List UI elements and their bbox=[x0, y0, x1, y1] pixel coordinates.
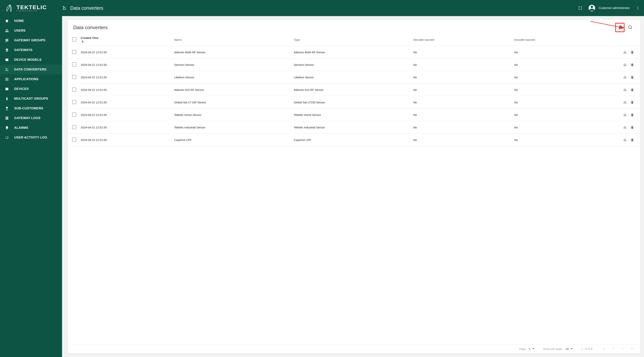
sidebar-item-home[interactable]: HOME bbox=[0, 16, 62, 26]
sidebar-item-devices[interactable]: DEVICES bbox=[0, 84, 62, 94]
cell-type: Cayenne LPP bbox=[292, 134, 412, 146]
cell-name: Tektelic Industrial Sensor bbox=[172, 121, 292, 134]
cell-encoder: No bbox=[512, 108, 618, 121]
table-row[interactable]: 2024-04-22 12:51:55Adeunis 8046 RF Senso… bbox=[68, 46, 640, 58]
cell-decoder: No bbox=[412, 108, 512, 121]
th-name[interactable]: Name bbox=[172, 34, 292, 46]
page-title: Data converters bbox=[70, 6, 103, 11]
svg-point-5 bbox=[7, 88, 8, 89]
cell-created: 2024-04-22 12:51:55 bbox=[79, 134, 172, 146]
rows-select[interactable]: 10 bbox=[566, 347, 572, 350]
row-checkbox[interactable] bbox=[72, 112, 76, 117]
th-select-all bbox=[68, 34, 79, 46]
row-delete-button[interactable] bbox=[630, 137, 635, 142]
nav-icon bbox=[4, 77, 9, 81]
sidebar-item-label: ALARMS bbox=[14, 126, 28, 130]
topbar-user[interactable]: Customer administrator bbox=[588, 4, 630, 12]
row-delete-button[interactable] bbox=[630, 100, 635, 105]
cell-decoder: No bbox=[412, 134, 512, 146]
th-type[interactable]: Type bbox=[292, 34, 412, 46]
row-stats-button[interactable] bbox=[622, 49, 628, 55]
table-row[interactable]: 2024-04-22 12:51:55Cayenne LPPCayenne LP… bbox=[68, 134, 640, 146]
row-stats-button[interactable] bbox=[622, 74, 628, 80]
row-stats-button[interactable] bbox=[622, 112, 628, 118]
sidebar-item-label: USER ACTIVITY LOG bbox=[14, 136, 47, 140]
cell-encoder: No bbox=[512, 46, 618, 58]
row-delete-button[interactable] bbox=[630, 49, 635, 55]
search-button[interactable] bbox=[626, 23, 635, 32]
sidebar-item-label: APPLICATIONS bbox=[14, 78, 38, 81]
sidebar-item-gateway-logs[interactable]: GATEWAY LOGS bbox=[0, 113, 62, 123]
nav-icon bbox=[4, 87, 9, 91]
row-delete-button[interactable] bbox=[630, 112, 635, 118]
row-stats-button[interactable] bbox=[622, 87, 628, 92]
sort-desc-icon bbox=[81, 40, 170, 43]
th-encoder[interactable]: Encoder banned bbox=[512, 34, 618, 46]
row-delete-button[interactable] bbox=[630, 74, 635, 80]
cell-created: 2024-04-22 12:51:55 bbox=[79, 46, 172, 58]
row-checkbox[interactable] bbox=[72, 138, 76, 142]
first-page-button[interactable] bbox=[602, 346, 606, 351]
sidebar-item-gateway-groups[interactable]: GATEWAY GROUPS bbox=[0, 36, 62, 45]
row-stats-button[interactable] bbox=[622, 137, 628, 142]
sidebar-item-applications[interactable]: APPLICATIONS bbox=[0, 74, 62, 84]
select-all-checkbox[interactable] bbox=[72, 38, 76, 42]
row-stats-button[interactable] bbox=[622, 124, 628, 130]
th-created-label: Created Time bbox=[81, 36, 98, 40]
nav-icon bbox=[4, 28, 9, 33]
logo[interactable]: TEKTELIC communications bbox=[4, 4, 47, 12]
table-row[interactable]: 2024-04-22 12:51:55Tektelic Home SensorT… bbox=[68, 108, 640, 121]
row-delete-button[interactable] bbox=[630, 87, 635, 92]
row-delete-button[interactable] bbox=[630, 124, 635, 130]
sidebar-item-multicast-groups[interactable]: MULTICAST GROUPS bbox=[0, 94, 62, 104]
sidebar-item-label: DEVICE MODELS bbox=[14, 58, 42, 62]
sidebar-item-gateways[interactable]: GATEWAYS bbox=[0, 45, 62, 55]
page-select[interactable]: 1 bbox=[529, 347, 534, 350]
last-page-button[interactable] bbox=[630, 346, 635, 351]
data-table: Created Time Name Type Decoder banned En… bbox=[68, 34, 640, 146]
row-checkbox[interactable] bbox=[72, 100, 76, 104]
row-checkbox[interactable] bbox=[72, 50, 76, 54]
sidebar-item-sub-customers[interactable]: SUB-CUSTOMERS bbox=[0, 104, 62, 113]
cell-name: Global Sat LT-100 Sensor bbox=[172, 96, 292, 108]
row-checkbox[interactable] bbox=[72, 88, 76, 92]
data-converters-card: Data converters bbox=[68, 20, 640, 353]
fullscreen-button[interactable] bbox=[578, 5, 583, 11]
table-row[interactable]: 2024-04-22 12:51:55Tektelic Industrial S… bbox=[68, 121, 640, 134]
row-delete-button[interactable] bbox=[630, 62, 635, 68]
transform-icon bbox=[62, 6, 67, 10]
account-circle-icon bbox=[588, 4, 596, 12]
table-row[interactable]: 2024-04-22 12:51:55Libelium SensorLibeli… bbox=[68, 71, 640, 84]
prev-page-button[interactable] bbox=[611, 346, 616, 351]
brand-sub: communications bbox=[16, 10, 47, 12]
th-decoder[interactable]: Decoder banned bbox=[412, 34, 512, 46]
main: Data converters bbox=[62, 16, 644, 357]
cell-type: Sensoro Sensor bbox=[292, 58, 412, 71]
row-checkbox[interactable] bbox=[72, 62, 76, 66]
row-checkbox[interactable] bbox=[72, 125, 76, 129]
range-label: 1 - 8 of 8 bbox=[582, 347, 592, 350]
sidebar-item-data-converters[interactable]: DATA CONVERTERS bbox=[0, 65, 62, 74]
table-row[interactable]: 2024-04-22 12:51:55Adeunis 915 RF Sensor… bbox=[68, 84, 640, 96]
add-button[interactable] bbox=[616, 23, 624, 32]
cell-encoder: No bbox=[512, 121, 618, 134]
next-page-button[interactable] bbox=[620, 346, 625, 351]
th-created[interactable]: Created Time bbox=[79, 34, 172, 46]
cell-type: Libelium Sensor bbox=[292, 71, 412, 84]
table-row[interactable]: 2024-04-22 12:51:55Sensoro SensorSensoro… bbox=[68, 58, 640, 71]
more-vert-button[interactable] bbox=[635, 5, 641, 11]
sidebar-item-user-activity-log[interactable]: USER ACTIVITY LOG bbox=[0, 133, 62, 142]
sidebar-item-alarms[interactable]: ALARMS bbox=[0, 123, 62, 133]
row-stats-button[interactable] bbox=[622, 100, 628, 105]
row-stats-button[interactable] bbox=[622, 62, 628, 68]
card-header: Data converters bbox=[68, 20, 640, 34]
table-row[interactable]: 2024-04-22 12:51:55Global Sat LT-100 Sen… bbox=[68, 96, 640, 108]
sidebar-item-users[interactable]: USERS bbox=[0, 26, 62, 36]
row-checkbox[interactable] bbox=[72, 75, 76, 79]
nav-icon bbox=[4, 106, 9, 110]
sidebar: HOMEUSERSGATEWAY GROUPSGATEWAYS□DEVICE M… bbox=[0, 16, 62, 357]
cell-name: Tektelic Home Sensor bbox=[172, 108, 292, 121]
sidebar-item-device-models[interactable]: □DEVICE MODELS bbox=[0, 55, 62, 65]
sidebar-item-label: GATEWAY LOGS bbox=[14, 116, 40, 120]
nav-icon bbox=[4, 126, 9, 130]
